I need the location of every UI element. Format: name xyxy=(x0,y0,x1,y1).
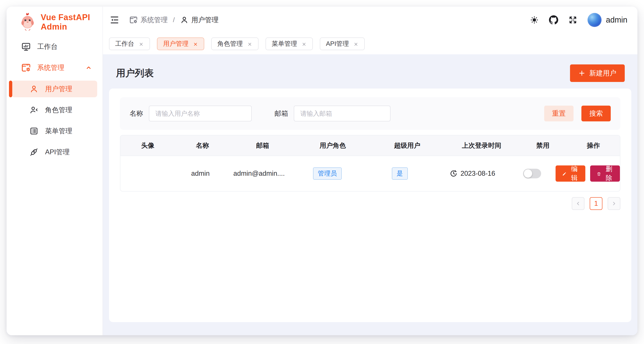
sidebar-item-role-management[interactable]: 角色管理 xyxy=(12,102,97,118)
cell-disabled xyxy=(509,169,556,178)
cell-actions: 编辑 删除 xyxy=(556,165,620,182)
breadcrumb-user[interactable]: 用户管理 xyxy=(180,15,218,25)
column-header-superuser: 超级用户 xyxy=(370,141,444,150)
sidebar-collapse-icon[interactable] xyxy=(110,15,120,25)
menu-list-icon xyxy=(29,126,38,136)
column-header-actions: 操作 xyxy=(567,141,620,150)
top-actions: admin xyxy=(530,13,627,27)
email-filter-input[interactable] xyxy=(294,106,390,121)
close-icon[interactable] xyxy=(193,41,198,47)
theme-sun-icon[interactable] xyxy=(530,15,539,25)
create-user-button[interactable]: 新建用户 xyxy=(570,64,625,82)
create-user-label: 新建用户 xyxy=(589,69,616,78)
user-table: 头像 名称 邮箱 用户角色 超级用户 上次登录时间 禁用 操作 admin ad… xyxy=(120,135,620,191)
close-icon[interactable] xyxy=(247,41,252,47)
page-title: 用户列表 xyxy=(116,67,154,80)
cell-last-login: 2023-08-16 xyxy=(436,170,508,177)
sidebar-item-api-management[interactable]: API管理 xyxy=(12,144,97,160)
sidebar-menu: 工作台 系统管理 xyxy=(6,38,102,166)
cell-role: 管理员 xyxy=(291,167,364,180)
app-window: Vue FastAPI Admin 工作台 xyxy=(6,7,638,335)
tab-role-management[interactable]: 角色管理 xyxy=(211,38,258,50)
app-title: Vue FastAPI Admin xyxy=(41,13,102,32)
fullscreen-icon[interactable] xyxy=(568,15,578,25)
close-icon[interactable] xyxy=(353,41,358,47)
sidebar-item-label: 工作台 xyxy=(37,42,58,51)
user-avatar xyxy=(588,13,602,27)
clock-history-icon xyxy=(450,170,458,177)
column-header-last-login: 上次登录时间 xyxy=(444,141,519,150)
user-list-card: 名称 邮箱 重置 搜索 头像 名称 邮箱 用户角色 超级用户 上次登录时间 xyxy=(109,89,631,322)
sidebar-item-label: 用户管理 xyxy=(45,84,72,94)
tab-user-management[interactable]: 用户管理 xyxy=(157,38,204,50)
breadcrumb-label: 系统管理 xyxy=(140,15,168,25)
pencil-icon xyxy=(562,170,566,177)
system-settings-icon xyxy=(21,63,31,73)
column-header-disabled: 禁用 xyxy=(519,141,567,150)
sidebar-item-user-management[interactable]: 用户管理 xyxy=(12,81,97,97)
sidebar-item-label: 系统管理 xyxy=(37,63,64,72)
breadcrumb-system[interactable]: 系统管理 xyxy=(129,15,168,25)
pagination-prev-button[interactable] xyxy=(572,197,584,210)
breadcrumb-label: 用户管理 xyxy=(191,15,218,25)
plus-icon xyxy=(578,70,585,77)
table-row: admin admin@admin.... 管理员 是 xyxy=(120,156,620,191)
table-header-row: 头像 名称 邮箱 用户角色 超级用户 上次登录时间 禁用 操作 xyxy=(120,135,620,156)
chevron-up-icon xyxy=(85,64,92,72)
last-login-value: 2023-08-16 xyxy=(460,170,495,177)
workbench-icon xyxy=(21,42,31,52)
close-icon[interactable] xyxy=(138,41,144,47)
sidebar-item-menu-management[interactable]: 菜单管理 xyxy=(12,123,97,139)
tab-workbench[interactable]: 工作台 xyxy=(109,38,150,50)
name-filter-input[interactable] xyxy=(149,106,252,121)
user-icon xyxy=(29,84,38,94)
disable-toggle[interactable] xyxy=(523,169,541,178)
email-filter-label: 邮箱 xyxy=(274,109,288,118)
name-filter-label: 名称 xyxy=(130,109,143,118)
page-header: 用户列表 新建用户 xyxy=(109,63,631,83)
toggle-knob xyxy=(524,169,532,178)
tab-label: 菜单管理 xyxy=(272,40,297,48)
column-header-name: 名称 xyxy=(175,141,230,150)
user-menu[interactable]: admin xyxy=(588,13,627,27)
edit-label: 编辑 xyxy=(570,165,579,183)
search-button[interactable]: 搜索 xyxy=(582,106,611,121)
close-icon[interactable] xyxy=(302,41,307,47)
main-area: 系统管理 / 用户管理 xyxy=(103,7,638,335)
top-bar: 系统管理 / 用户管理 xyxy=(103,7,638,33)
sidebar-item-label: 菜单管理 xyxy=(45,126,72,136)
trash-icon xyxy=(597,170,601,177)
delete-button[interactable]: 删除 xyxy=(590,165,620,182)
pagination-page-1[interactable]: 1 xyxy=(590,197,602,210)
pagination-next-button[interactable] xyxy=(608,197,620,210)
breadcrumb: 系统管理 / 用户管理 xyxy=(129,15,218,25)
sidebar-item-system[interactable]: 系统管理 xyxy=(12,60,97,76)
reset-button[interactable]: 重置 xyxy=(544,106,574,121)
tab-label: 工作台 xyxy=(115,40,134,48)
app-logo[interactable]: Vue FastAPI Admin xyxy=(6,7,102,38)
column-header-email: 邮箱 xyxy=(230,141,296,150)
tabs-bar: 工作台 用户管理 角色管理 菜单管理 API管理 xyxy=(103,33,638,54)
github-icon[interactable] xyxy=(549,15,558,25)
user-icon xyxy=(180,16,189,24)
role-icon xyxy=(29,105,38,115)
system-settings-icon xyxy=(129,16,138,24)
sidebar-item-label: 角色管理 xyxy=(45,105,72,115)
tab-label: API管理 xyxy=(326,40,349,48)
tab-label: 用户管理 xyxy=(163,40,188,48)
sidebar-item-workbench[interactable]: 工作台 xyxy=(12,39,97,55)
cell-superuser: 是 xyxy=(364,167,436,180)
filter-bar: 名称 邮箱 重置 搜索 xyxy=(120,97,620,130)
edit-button[interactable]: 编辑 xyxy=(556,165,585,182)
column-header-avatar: 头像 xyxy=(120,141,175,150)
tab-label: 角色管理 xyxy=(217,40,243,48)
sidebar-item-label: API管理 xyxy=(45,147,70,157)
tab-api-management[interactable]: API管理 xyxy=(320,38,365,50)
sidebar: Vue FastAPI Admin 工作台 xyxy=(6,7,103,335)
username: admin xyxy=(606,15,627,25)
cell-email: admin@admin.... xyxy=(227,170,291,177)
pagination: 1 xyxy=(120,197,620,210)
tab-menu-management[interactable]: 菜单管理 xyxy=(266,38,313,50)
cell-name: admin xyxy=(174,170,227,177)
breadcrumb-separator: / xyxy=(173,16,175,24)
